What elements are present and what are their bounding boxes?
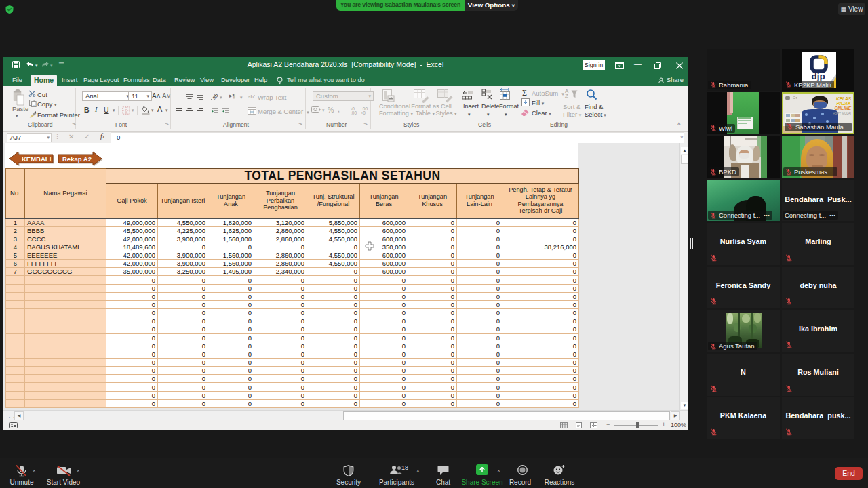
- svg-text:ab: ab: [211, 93, 218, 100]
- svg-text:djp: djp: [812, 71, 825, 81]
- svg-text:KEMBALI: KEMBALI: [22, 155, 51, 163]
- svg-text:ab: ab: [248, 94, 254, 100]
- svg-text:Rekap A2: Rekap A2: [62, 155, 92, 163]
